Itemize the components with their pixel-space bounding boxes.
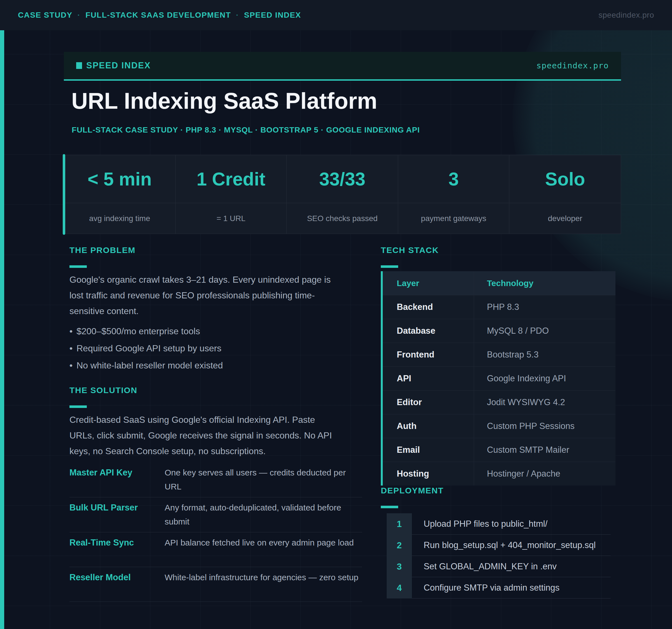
feature-description: Any format, auto-deduplicated, validated…	[165, 501, 362, 529]
table-cell-technology: Hostinger / Apache	[474, 462, 616, 486]
table-cell-layer: Hosting	[383, 462, 474, 486]
deployment-steps: 1 Upload PHP files to public_html/ 2 Run…	[387, 513, 611, 599]
top-bar: CASE STUDY · FULL-STACK SAAS DEVELOPMENT…	[0, 0, 672, 30]
solution-paragraph: Credit-based SaaS using Google's officia…	[69, 412, 338, 459]
step-number: 3	[387, 556, 412, 577]
step-number: 4	[387, 577, 412, 599]
list-item: •No white-label reseller model existed	[69, 357, 362, 374]
table-cell-layer: Editor	[383, 391, 474, 414]
left-accent-bar	[0, 30, 4, 629]
breadcrumb: CASE STUDY · FULL-STACK SAAS DEVELOPMENT…	[18, 10, 301, 20]
accent-underline	[381, 506, 398, 508]
problem-paragraph: Google's organic crawl takes 3–21 days. …	[69, 272, 338, 319]
stat-value: 33/33	[287, 155, 398, 203]
feature-row: Bulk URL Parser Any format, auto-dedupli…	[69, 497, 362, 532]
bullet-text: No white-label reseller model existed	[76, 360, 223, 370]
content-area: SPEED INDEX speedindex.pro URL Indexing …	[0, 30, 672, 629]
problem-bullet-list: •$200–$500/mo enterprise tools •Required…	[69, 323, 362, 374]
table-row: Backend PHP 8.3	[383, 295, 616, 319]
brand-header-card: SPEED INDEX speedindex.pro	[64, 52, 621, 81]
accent-underline	[69, 405, 87, 408]
feature-description: API balance fetched live on every admin …	[165, 536, 362, 550]
stat-developer: Solo developer	[509, 155, 621, 234]
feature-list: Master API Key One key serves all users …	[69, 462, 362, 602]
topbar-domain: speedindex.pro	[599, 10, 654, 20]
column-header-technology: Technology	[474, 271, 616, 295]
stat-seo-checks: 33/33 SEO checks passed	[287, 155, 398, 234]
stat-label: SEO checks passed	[287, 203, 398, 234]
deployment-step: 1 Upload PHP files to public_html/	[387, 513, 611, 535]
brand-logo: SPEED INDEX	[76, 61, 151, 71]
stat-value: < 5 min	[64, 155, 175, 203]
brand-square-icon	[76, 62, 82, 69]
page-title: URL Indexing SaaS Platform	[71, 89, 377, 113]
breadcrumb-item-fullstack: FULL-STACK SAAS DEVELOPMENT	[86, 10, 231, 20]
breadcrumb-separator: ·	[236, 10, 239, 20]
left-column: THE PROBLEM Google's organic crawl takes…	[69, 245, 362, 602]
stat-payment-gateways: 3 payment gateways	[398, 155, 510, 234]
deployment-step: 4 Configure SMTP via admin settings	[387, 577, 611, 599]
stat-label: payment gateways	[398, 203, 509, 234]
stat-label: developer	[509, 203, 621, 234]
stat-value: Solo	[509, 155, 621, 203]
stat-label: avg indexing time	[64, 203, 175, 234]
table-row: Database MySQL 8 / PDO	[383, 319, 616, 343]
table-header-row: Layer Technology	[383, 271, 616, 295]
step-text: Upload PHP files to public_html/	[412, 513, 611, 535]
feature-description: White-label infrastructure for agencies …	[165, 570, 362, 584]
stat-value: 3	[398, 155, 509, 203]
step-number: 2	[387, 535, 412, 556]
table-cell-technology: MySQL 8 / PDO	[474, 319, 616, 343]
solution-heading: THE SOLUTION	[69, 385, 362, 395]
feature-label: Bulk URL Parser	[69, 501, 165, 515]
table-row: API Google Indexing API	[383, 367, 616, 390]
stat-value: 1 Credit	[175, 155, 287, 203]
feature-label: Reseller Model	[69, 570, 165, 584]
table-cell-technology: PHP 8.3	[474, 295, 616, 319]
table-cell-technology: Custom PHP Sessions	[474, 414, 616, 438]
feature-row: Reseller Model White-label infrastructur…	[69, 567, 362, 602]
table-row: Editor Jodit WYSIWYG 4.2	[383, 390, 616, 414]
deployment-step: 2 Run blog_setup.sql + 404_monitor_setup…	[387, 535, 611, 556]
stats-row: < 5 min avg indexing time 1 Credit = 1 U…	[64, 155, 621, 234]
table-row: Auth Custom PHP Sessions	[383, 414, 616, 438]
stat-label: = 1 URL	[175, 203, 287, 234]
table-cell-layer: Backend	[383, 295, 474, 319]
table-cell-layer: Auth	[383, 414, 474, 438]
list-item: •Required Google API setup by users	[69, 340, 362, 357]
page-subtitle: FULL-STACK CASE STUDY · PHP 8.3 · MYSQL …	[72, 125, 420, 135]
table-cell-layer: Database	[383, 319, 474, 343]
table-row: Hosting Hostinger / Apache	[383, 462, 616, 486]
tech-stack-table: Layer Technology Backend PHP 8.3 Databas…	[381, 271, 616, 486]
stat-credit: 1 Credit = 1 URL	[175, 155, 287, 234]
problem-heading: THE PROBLEM	[69, 245, 362, 255]
tech-stack-heading: TECH STACK	[381, 245, 616, 255]
list-item: •$200–$500/mo enterprise tools	[69, 323, 362, 340]
step-text: Set GLOBAL_ADMIN_KEY in .env	[412, 556, 611, 577]
feature-label: Master API Key	[69, 466, 165, 480]
brand-name: SPEED INDEX	[86, 61, 151, 71]
table-cell-layer: Frontend	[383, 343, 474, 367]
step-number: 1	[387, 513, 412, 535]
step-text: Run blog_setup.sql + 404_monitor_setup.s…	[412, 535, 611, 556]
table-cell-technology: Bootstrap 5.3	[474, 343, 616, 367]
feature-row: Real-Time Sync API balance fetched live …	[69, 532, 362, 567]
breadcrumb-item-speed-index: SPEED INDEX	[244, 10, 301, 20]
case-study-page: CASE STUDY · FULL-STACK SAAS DEVELOPMENT…	[0, 0, 672, 629]
table-row: Email Custom SMTP Mailer	[383, 438, 616, 462]
column-header-layer: Layer	[383, 271, 474, 295]
accent-underline	[381, 265, 398, 268]
accent-underline	[69, 265, 87, 268]
table-cell-technology: Jodit WYSIWYG 4.2	[474, 391, 616, 414]
table-cell-technology: Google Indexing API	[474, 367, 616, 390]
feature-description: One key serves all users — credits deduc…	[165, 466, 362, 494]
bullet-glyph: •	[69, 360, 73, 370]
deployment-step: 3 Set GLOBAL_ADMIN_KEY in .env	[387, 556, 611, 577]
bullet-glyph: •	[69, 326, 73, 336]
breadcrumb-separator: ·	[77, 10, 80, 20]
breadcrumb-item-case-study: CASE STUDY	[18, 10, 72, 20]
feature-label: Real-Time Sync	[69, 536, 165, 550]
table-cell-layer: Email	[383, 438, 474, 462]
table-cell-technology: Custom SMTP Mailer	[474, 438, 616, 462]
table-cell-layer: API	[383, 367, 474, 390]
